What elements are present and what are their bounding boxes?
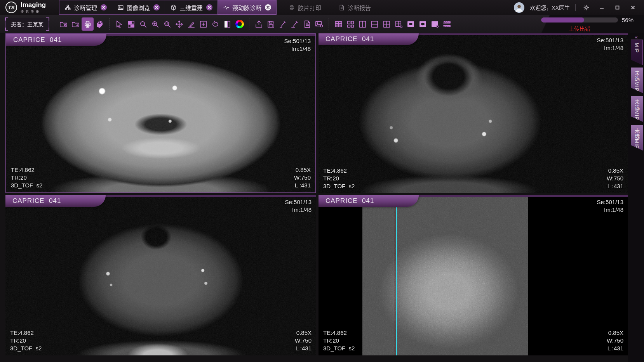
tab-close-icon[interactable] <box>206 4 212 10</box>
cube-icon <box>170 4 177 11</box>
split-vertical-icon <box>358 20 367 29</box>
patient-selector[interactable]: 患者：王某某 <box>5 18 49 30</box>
color-wheel-icon <box>235 20 244 28</box>
tab-close-icon[interactable] <box>265 4 271 10</box>
side-tab-unselected-mip-1[interactable]: 未选MIP <box>631 68 643 93</box>
zoom-in-button[interactable] <box>149 17 161 31</box>
window-level-overlay: 0.85XW:750L :431 <box>607 167 623 190</box>
logo-title: Imaging <box>21 2 46 8</box>
save-floppy-icon <box>266 20 275 29</box>
image-icon <box>117 4 124 11</box>
collapse-panel-button[interactable]: « <box>628 34 644 40</box>
split-vertical-button[interactable] <box>357 17 369 31</box>
tab-diagnosis-management[interactable]: 诊断管理 <box>59 0 112 15</box>
open-study-settings-button[interactable] <box>57 17 70 31</box>
roi-ellipse-button[interactable] <box>417 17 429 31</box>
report-add-button[interactable] <box>301 17 313 31</box>
tab-3d-reconstruction[interactable]: 三维重建 <box>165 0 218 15</box>
layout-presets-button[interactable] <box>125 17 137 31</box>
tab-diagnosis-report[interactable]: 诊断报告 <box>333 0 376 15</box>
measure-distance-button[interactable] <box>277 17 289 31</box>
image-export-button[interactable] <box>313 17 325 31</box>
toolbar-separator <box>249 18 249 30</box>
corner-bracket <box>46 28 49 31</box>
panel-title: CAPRICE 041 <box>325 35 374 43</box>
zoom-2x-icon: x2 <box>163 20 172 29</box>
progress-percent: 56% <box>622 17 634 23</box>
doc-plus-icon <box>303 20 312 29</box>
magnify-button[interactable] <box>137 17 149 31</box>
logo-badge-icon: TS <box>5 2 17 13</box>
viewport-panel-top-left[interactable]: CAPRICE 041 Se:501/13Im:1/48 TE:4.862TR:… <box>5 33 316 193</box>
mri-image <box>6 34 315 192</box>
measure-probe-icon <box>278 20 287 29</box>
pan-button[interactable] <box>173 17 185 31</box>
upload-progress: 56% 上传出错 <box>541 17 636 32</box>
pan-move-icon <box>175 20 184 29</box>
tab-carotid-diagnosis[interactable]: 颈动脉诊断 <box>218 0 277 15</box>
layout-grid-2x2-button[interactable] <box>381 17 393 31</box>
roi-rect-icon <box>406 20 415 29</box>
panel-title: CAPRICE 041 <box>325 197 374 205</box>
volume-3d-button[interactable] <box>94 17 106 31</box>
add-study-button[interactable] <box>70 17 82 31</box>
close-button[interactable] <box>628 2 638 12</box>
avatar-person-icon <box>514 2 524 13</box>
minimize-button[interactable] <box>597 2 607 12</box>
series-overlay: Se:501/13Im:1/48 <box>597 198 623 214</box>
folder-plus-icon <box>71 20 80 29</box>
panel-header: CAPRICE 041 <box>5 195 106 207</box>
tool-strip: x2 <box>57 17 453 31</box>
layout-grid-full-button[interactable] <box>332 17 345 31</box>
maximize-icon <box>615 5 620 10</box>
split-horizontal-icon <box>370 20 379 29</box>
layout-remove-button[interactable] <box>393 17 405 31</box>
localize-frame-button[interactable] <box>197 17 209 31</box>
roi-rectangle-button[interactable] <box>405 17 417 31</box>
viewport-panel-bottom-left[interactable]: CAPRICE 041 Se:501/13Im:1/48 TE:4.862TR:… <box>5 195 316 355</box>
viewport-panel-top-right[interactable]: CAPRICE 041 Se:501/13Im:1/48 TE:4.862TR:… <box>319 33 628 193</box>
settings-button[interactable] <box>581 2 591 12</box>
user-avatar[interactable] <box>514 2 524 13</box>
window-level-button[interactable] <box>221 17 233 31</box>
rotate-3d-button[interactable] <box>209 17 221 31</box>
toolbar: 患者：王某某 x2 <box>0 15 644 33</box>
sequence-overlay: TE:4.862TR:203D_TOF s2 <box>323 329 355 352</box>
color-map-button[interactable] <box>233 17 245 31</box>
tab-image-browse[interactable]: 图像浏览 <box>112 0 165 15</box>
save-button[interactable] <box>265 17 277 31</box>
side-tab-unselected-mip-3[interactable]: 未选MIP <box>631 125 643 151</box>
reference-line-secondary <box>395 195 395 355</box>
window-level-overlay: 0.85XW:750L :431 <box>607 329 623 352</box>
viewport-panel-bottom-right[interactable]: CAPRICE 041 Se:501/13Im:1/48 TE:4.862TR:… <box>319 195 628 355</box>
side-tab-unselected-mip-2[interactable]: 未选MIP <box>631 96 643 122</box>
progress-fill <box>541 17 584 23</box>
export-button[interactable] <box>253 17 265 31</box>
cursor-select-button[interactable] <box>113 17 125 31</box>
roi-remove-button[interactable] <box>429 17 441 31</box>
corner-bracket <box>5 28 8 31</box>
scan-reference-line[interactable] <box>396 195 397 355</box>
app-logo: TS Imaging 清影华康 <box>0 0 59 15</box>
annotate-button[interactable] <box>185 17 197 31</box>
maximize-button[interactable] <box>612 2 622 12</box>
tab-close-icon[interactable] <box>153 4 160 10</box>
film-strip-button[interactable] <box>441 17 453 31</box>
side-tab-mip[interactable]: MIP <box>631 40 643 65</box>
corner-bracket <box>46 17 49 21</box>
zoom-2x-button[interactable]: x2 <box>161 17 173 31</box>
layout-checker-icon <box>127 20 136 29</box>
layout-blocks-button[interactable] <box>345 17 357 31</box>
measure-line-button[interactable] <box>289 17 301 31</box>
panel-header: CAPRICE 041 <box>6 34 106 46</box>
tab-film-print[interactable]: 胶片打印 <box>284 0 326 15</box>
tab-close-icon[interactable] <box>101 4 107 10</box>
welcome-text: 欢迎您，XX医生 <box>530 3 570 11</box>
document-icon <box>338 4 345 11</box>
grid-2x2-icon <box>382 20 391 29</box>
split-horizontal-button[interactable] <box>369 17 381 31</box>
print-button[interactable] <box>82 17 94 31</box>
mri-image <box>319 33 628 193</box>
mri-image <box>5 195 316 355</box>
cursor-icon <box>115 20 124 29</box>
